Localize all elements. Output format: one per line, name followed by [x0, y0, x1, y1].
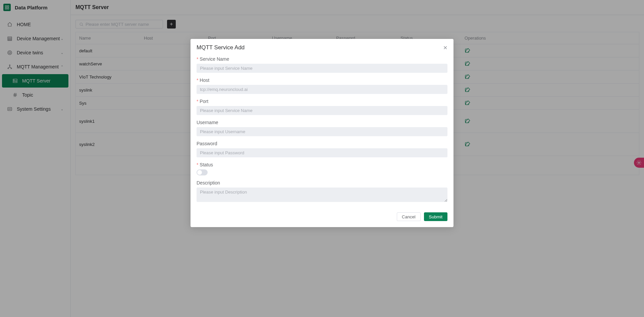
status-label: Status: [197, 162, 447, 167]
port-label: Port: [197, 99, 447, 104]
modal: MQTT Service Add ✕ Service Name Host Por…: [191, 39, 453, 227]
description-label: Description: [197, 180, 447, 186]
host-input[interactable]: [197, 85, 447, 94]
host-label: Host: [197, 77, 447, 83]
status-switch[interactable]: [197, 169, 208, 175]
service-name-input[interactable]: [197, 64, 447, 73]
modal-body: Service Name Host Port Username Password…: [191, 56, 453, 209]
cancel-button[interactable]: Cancel: [397, 212, 420, 221]
modal-head: MQTT Service Add ✕: [191, 39, 453, 56]
username-input[interactable]: [197, 127, 447, 136]
description-input[interactable]: [197, 188, 447, 202]
password-label: Password: [197, 141, 447, 146]
field-password: Password: [197, 141, 447, 157]
field-description: Description: [197, 180, 447, 203]
modal-title: MQTT Service Add: [197, 44, 443, 51]
close-icon: ✕: [443, 45, 447, 51]
field-host: Host: [197, 77, 447, 94]
field-service-name: Service Name: [197, 56, 447, 73]
modal-foot: Cancel Submit: [191, 209, 453, 227]
submit-button[interactable]: Submit: [424, 212, 447, 221]
field-port: Port: [197, 99, 447, 115]
port-input[interactable]: [197, 106, 447, 115]
field-status: Status: [197, 162, 447, 175]
password-input[interactable]: [197, 148, 447, 157]
field-username: Username: [197, 120, 447, 136]
username-label: Username: [197, 120, 447, 125]
close-button[interactable]: ✕: [443, 45, 447, 51]
service-name-label: Service Name: [197, 56, 447, 62]
modal-overlay[interactable]: MQTT Service Add ✕ Service Name Host Por…: [0, 0, 644, 317]
